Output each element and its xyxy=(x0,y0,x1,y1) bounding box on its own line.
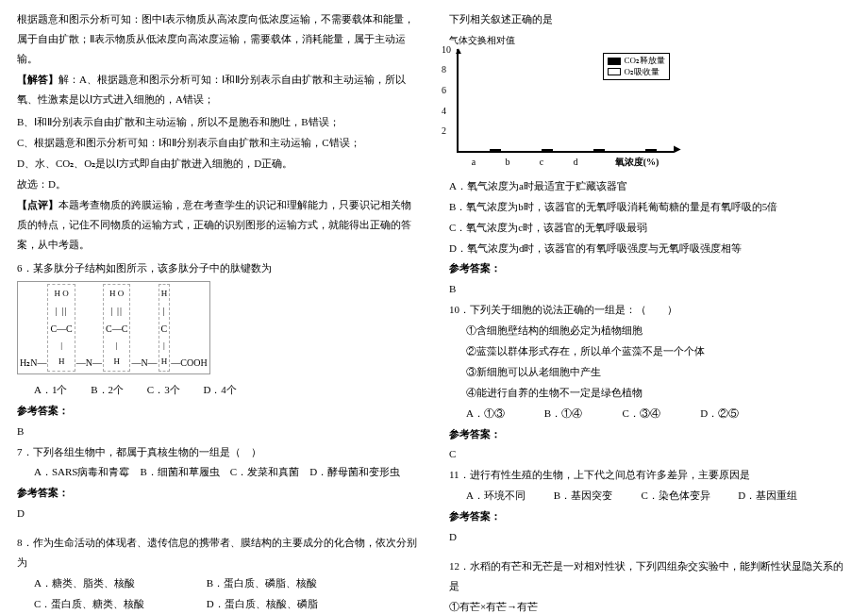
q7-opt-a: A．SARS病毒和青霉 xyxy=(34,466,129,477)
q8-row2: C．蛋白质、糖类、核酸 D．蛋白质、核酸、磷脂 xyxy=(34,594,419,614)
q11-opt-d: D．基因重组 xyxy=(738,490,797,501)
q10-s3: ③新细胞可以从老细胞中产生 xyxy=(466,362,851,382)
xlab-c: c xyxy=(540,153,543,171)
bars xyxy=(459,49,674,151)
bar-c-o2 xyxy=(593,149,605,151)
answer-label: 参考答案： xyxy=(17,401,419,421)
q6-opt-c: C．3个 xyxy=(147,380,180,400)
q7-opt-b: B．细菌和草履虫 xyxy=(140,466,219,477)
chart-container: 气体交换相对值 ▲ ▶ CO₂释放量 O₂吸收量 10 8 6 4 2 a b … xyxy=(449,31,851,171)
q7-opt-c: C．发菜和真菌 xyxy=(230,466,299,477)
q10-options: A．①③ B．①④ C．③④ D．②⑤ xyxy=(466,404,851,423)
ytick: 6 xyxy=(442,81,446,99)
bar-b-o2 xyxy=(542,149,553,151)
solve-b: B、Ⅰ和Ⅱ分别表示自由扩散和主动运输，所以不是胞吞和胞吐，B错误； xyxy=(17,112,419,132)
solve-a: 【解答】解：A、根据题意和图示分析可知：Ⅰ和Ⅱ分别表示自由扩散和主动运输，所以氧… xyxy=(17,70,419,109)
q6-stem: 6．某多肽分子结构如图所示，该多肽分子中的肽键数为 xyxy=(17,258,419,278)
q8-opt-c: C．蛋白质、糖类、核酸 xyxy=(34,594,204,614)
analysis-intro: 根据题意和图示分析可知：图中Ⅰ表示物质从高浓度向低浓度运输，不需要载体和能量，属… xyxy=(17,9,419,69)
q11-opt-b: B．基因突变 xyxy=(554,486,639,506)
q11-opt-c: C．染色体变异 xyxy=(642,486,736,506)
q7-answer: D xyxy=(17,504,419,523)
solve-label: 【解答】 xyxy=(17,74,58,85)
q9-answer: B xyxy=(449,279,851,299)
q10-answer: C xyxy=(449,444,851,464)
comment: 【点评】本题考查物质的跨膜运输，意在考查学生的识记和理解能力，只要识记相关物质的… xyxy=(17,195,419,255)
xlab-b: b xyxy=(505,153,509,171)
q7-opt-d: D．酵母菌和变形虫 xyxy=(309,466,400,477)
bar-d-o2 xyxy=(645,149,657,151)
bar-chart: ▲ ▶ CO₂释放量 O₂吸收量 10 8 6 4 2 xyxy=(457,49,674,153)
solve-a-text: 解：A、根据题意和图示分析可知：Ⅰ和Ⅱ分别表示自由扩散和主动运输，所以氧、性激素… xyxy=(17,74,406,105)
q12-s1: ①有芒×有芒→有芒 xyxy=(449,597,851,614)
x-labels: a b c d 氧浓度(%) xyxy=(457,153,674,171)
q10-opt-d: D．②⑤ xyxy=(700,407,739,419)
q10-s2: ②蓝藻以群体形式存在，所以单个蓝藻不是一个个体 xyxy=(466,341,851,361)
q6-answer: B xyxy=(17,422,419,441)
q9-opt-a: A．氧气浓度为a时最适宜于贮藏该器官 xyxy=(449,176,851,196)
x-axis-title: 氧浓度(%) xyxy=(615,153,659,171)
q10-opt-a: A．①③ xyxy=(466,404,542,423)
ytick: 10 xyxy=(442,40,451,58)
q10-stem: 10．下列关于细胞的说法正确的一组是：（ ） xyxy=(449,300,851,320)
q6-opt-a: A．1个 xyxy=(34,380,67,400)
solve-c: C、根据题意和图示分析可知：Ⅰ和Ⅱ分别表示自由扩散和主动运输，C错误； xyxy=(17,133,419,153)
comment-text: 本题考查物质的跨膜运输，意在考查学生的识记和理解能力，只要识记相关物质的特点，记… xyxy=(17,199,411,250)
q11-answer: D xyxy=(449,527,851,547)
q10-s4: ④能进行自养的生物不一定是绿色植物 xyxy=(466,383,851,403)
q8-stem: 8．作为生命活动的体现者、遗传信息的携带者、膜结构的主要成分的化合物，依次分别为 xyxy=(17,533,419,573)
q8-row1: A．糖类、脂类、核酸 B．蛋白质、磷脂、核酸 xyxy=(34,573,419,593)
xlab-d: d xyxy=(573,153,577,171)
x-arrow-icon: ▶ xyxy=(674,140,681,158)
q9-opt-b: B．氧气浓度为b时，该器官的无氧呼吸消耗葡萄糖的量是有氧呼吸的5倍 xyxy=(449,197,851,217)
ytick: 4 xyxy=(442,101,446,119)
answer-label-9: 参考答案： xyxy=(449,258,851,278)
peptide-diagram: H₂N— H O| ||C—C|H —N— H O| ||C—C|H —N— H… xyxy=(17,281,210,374)
comment-label: 【点评】 xyxy=(17,199,58,210)
q6-options: A．1个 B．2个 C．3个 D．4个 xyxy=(34,380,419,400)
solve-d: D、水、CO₂、O₂是以Ⅰ方式即自由扩散进入细胞的，D正确。 xyxy=(17,154,419,174)
q9-opt-c: C．氧气浓度为c时，该器官的无氧呼吸最弱 xyxy=(449,218,851,238)
q10-opt-b: B．①④ xyxy=(544,404,620,423)
xlab-a: a xyxy=(472,153,476,171)
answer-label-10: 参考答案： xyxy=(449,424,851,444)
q8-opt-a: A．糖类、脂类、核酸 xyxy=(34,573,204,593)
q8-opt-b: B．蛋白质、磷脂、核酸 xyxy=(207,577,317,589)
q9-opt-d: D．氧气浓度为d时，该器官的有氧呼吸强度与无氧呼吸强度相等 xyxy=(449,239,851,258)
q7-options: A．SARS病毒和青霉 B．细菌和草履虫 C．发菜和真菌 D．酵母菌和变形虫 xyxy=(34,462,419,482)
q11-stem: 11．进行有性生殖的生物，上下代之间总有许多差异，主要原因是 xyxy=(449,465,851,485)
q6-opt-d: D．4个 xyxy=(203,380,236,400)
q9-continue: 下列相关叙述正确的是 xyxy=(449,9,851,29)
q10-opt-c: C．③④ xyxy=(623,404,698,423)
bar-a-o2 xyxy=(490,149,501,151)
ytick: 2 xyxy=(442,122,446,140)
q11-options: A．环境不同 B．基因突变 C．染色体变异 D．基因重组 xyxy=(466,486,851,506)
answer-label-7: 参考答案： xyxy=(17,483,419,503)
answer-line: 故选：D。 xyxy=(17,174,419,194)
answer-label-11: 参考答案： xyxy=(449,506,851,526)
ytick: 8 xyxy=(442,60,446,78)
q10-s1: ①含细胞壁结构的细胞必定为植物细胞 xyxy=(466,321,851,340)
q12-stem: 12．水稻的有芒和无芒是一对相对性状，下列四组杂交实验中，能判断性状显隐关系的是 xyxy=(449,556,851,596)
q8-opt-d: D．蛋白质、核酸、磷脂 xyxy=(207,598,318,609)
q6-opt-b: B．2个 xyxy=(91,380,124,400)
q7-stem: 7．下列各组生物中，都属于真核生物的一组是（ ） xyxy=(17,442,419,462)
q11-opt-a: A．环境不同 xyxy=(466,486,551,506)
